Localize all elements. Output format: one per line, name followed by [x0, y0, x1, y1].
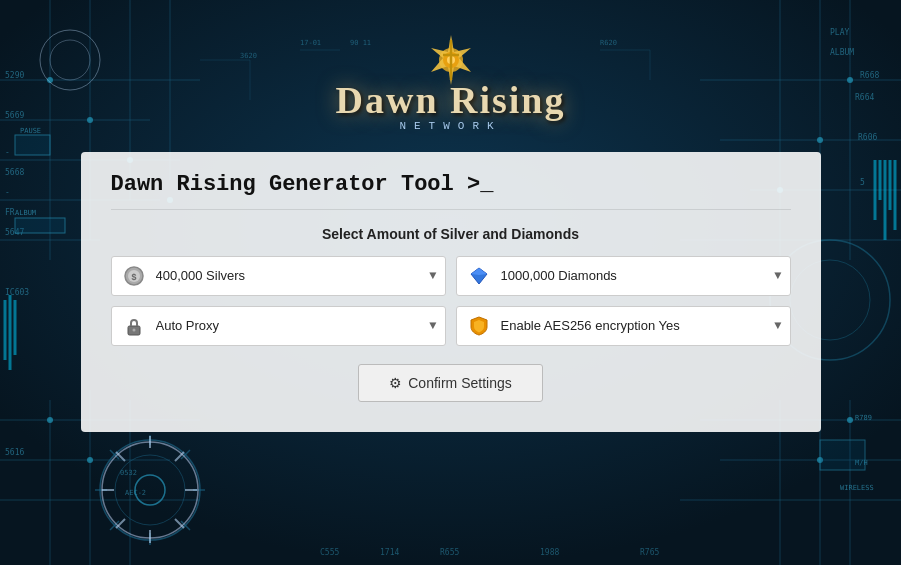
section-label: Select Amount of Silver and Diamonds [111, 226, 791, 242]
diamonds-dropdown-arrow: ▼ [774, 269, 781, 283]
logo-area: Dawn Rising NETWORK [336, 30, 566, 132]
confirm-button-row: ⚙ Confirm Settings [111, 364, 791, 402]
lock-icon [120, 312, 148, 340]
shield-icon [465, 312, 493, 340]
logo-emblem [421, 30, 481, 90]
dropdowns-grid: $ 400,000 Silvers 100,000 Silvers 200,00… [111, 256, 791, 346]
svg-marker-122 [471, 268, 487, 275]
main-panel: Dawn Rising Generator Tool >_ Select Amo… [81, 152, 821, 432]
logo-subtitle: NETWORK [399, 120, 501, 132]
encryption-select[interactable]: Enable AES256 encryption Yes Enable AES2… [501, 318, 771, 333]
diamond-icon [465, 262, 493, 290]
svg-text:$: $ [131, 273, 137, 283]
gear-icon: ⚙ [389, 375, 402, 391]
encryption-dropdown-arrow: ▼ [774, 319, 781, 333]
svg-point-124 [132, 328, 135, 331]
diamonds-dropdown-row[interactable]: 1000,000 Diamonds 100,000 Diamonds 500,0… [456, 256, 791, 296]
encryption-dropdown-row[interactable]: Enable AES256 encryption Yes Enable AES2… [456, 306, 791, 346]
proxy-dropdown-arrow: ▼ [429, 319, 436, 333]
silver-dropdown-row[interactable]: $ 400,000 Silvers 100,000 Silvers 200,00… [111, 256, 446, 296]
panel-title: Dawn Rising Generator Tool >_ [111, 172, 791, 210]
coin-icon: $ [120, 262, 148, 290]
silver-dropdown-arrow: ▼ [429, 269, 436, 283]
proxy-dropdown-row[interactable]: Auto Proxy Manual Proxy No Proxy ▼ [111, 306, 446, 346]
confirm-button-label: Confirm Settings [408, 375, 511, 391]
silver-select[interactable]: 400,000 Silvers 100,000 Silvers 200,000 … [156, 268, 426, 283]
proxy-select[interactable]: Auto Proxy Manual Proxy No Proxy [156, 318, 426, 333]
confirm-settings-button[interactable]: ⚙ Confirm Settings [358, 364, 542, 402]
diamonds-select[interactable]: 1000,000 Diamonds 100,000 Diamonds 500,0… [501, 268, 771, 283]
